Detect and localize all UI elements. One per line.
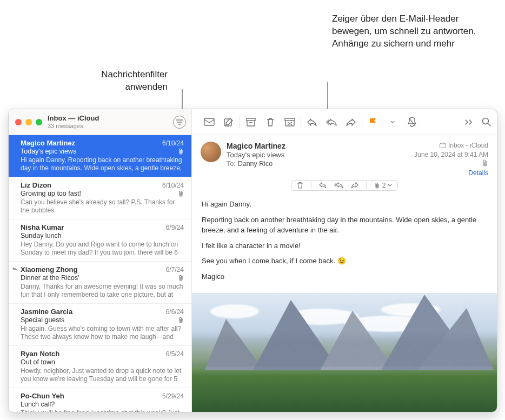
msg-subject: Sunday lunch (21, 232, 62, 239)
minimize-window-icon[interactable] (25, 119, 32, 125)
msg-preview: Hey Danny, Do you and Rigo want to come … (21, 241, 184, 257)
compose-button[interactable] (223, 117, 234, 127)
chevron-down-icon (388, 184, 392, 187)
junk-button[interactable] (284, 117, 295, 127)
msg-subject: Today's epic views (21, 148, 76, 155)
attachment-icon (178, 148, 184, 155)
archive-button[interactable] (245, 117, 256, 127)
replied-icon (12, 266, 18, 272)
msg-date: 6/7/24 (166, 266, 184, 274)
body-paragraph: See you when I come back, if I come back… (202, 256, 487, 266)
message-viewer: Magico Martinez Today's epic views To:Da… (192, 135, 497, 412)
viewer-recipient: To:Danny Rico (227, 160, 409, 168)
avatar[interactable] (201, 142, 221, 162)
msg-date: 6/5/24 (166, 350, 184, 358)
msg-preview: Hi again Danny, Reporting back on anothe… (21, 156, 184, 172)
viewer-location: Inbox - iCloud (440, 142, 488, 149)
attachment-icon (178, 190, 184, 197)
msg-subject: Special guests (21, 316, 64, 324)
message-item[interactable]: Jasmine Garcia6/6/24Special guestsHi aga… (9, 304, 191, 346)
mail-window: Inbox — iCloud 33 messages (8, 109, 497, 412)
msg-subject: Growing up too fast! (21, 190, 81, 197)
search-button[interactable] (481, 117, 491, 127)
body-paragraph: I felt like a character in a movie! (202, 241, 487, 251)
viewer-sender: Magico Martinez (227, 142, 409, 150)
msg-sender: Po-Chun Yeh (21, 392, 64, 400)
window-controls[interactable] (15, 119, 42, 125)
msg-preview: Hi again. Guess who's coming to town wit… (21, 325, 184, 341)
message-item[interactable]: Xiaomeng Zhong6/7/24Dinner at the Ricos'… (9, 262, 191, 304)
message-body: Hi again Danny,Reporting back on another… (192, 193, 497, 293)
msg-date: 6/10/24 (162, 182, 184, 189)
msg-preview: Howdy, neighbor, Just wanted to drop a q… (21, 367, 184, 383)
forward-button[interactable] (345, 117, 356, 127)
svg-rect-5 (440, 144, 446, 148)
filter-icon (176, 119, 183, 125)
message-item[interactable]: Ryan Notch6/5/24Out of townHowdy, neighb… (9, 346, 191, 388)
mailbox-count: 33 messages (48, 123, 173, 130)
reply-all-button[interactable] (326, 117, 337, 127)
msg-sender: Nisha Kumar (21, 223, 64, 231)
reply-button[interactable] (307, 117, 317, 127)
msg-preview: Can you believe she's already so tall? P… (21, 198, 184, 215)
callout-filter: Nachrichtenfilter anwenden (59, 69, 168, 94)
viewer-timestamp: June 10, 2024 at 9:41 AM (414, 151, 488, 158)
quick-forward-button[interactable] (351, 182, 358, 189)
flag-options-button[interactable] (387, 117, 398, 127)
msg-subject: Out of town (21, 358, 55, 366)
msg-date: 5/29/24 (162, 392, 184, 400)
body-paragraph: Magico (202, 272, 487, 282)
svg-rect-3 (285, 118, 295, 121)
msg-date: 6/6/24 (166, 308, 184, 316)
message-item[interactable]: Liz Dizon6/10/24Growing up too fast!Can … (9, 177, 191, 219)
quick-delete-button[interactable] (297, 182, 303, 189)
callout-header-hover: Zeiger über den E-Mail-Header bewegen, u… (332, 13, 494, 50)
quick-reply-button[interactable] (319, 182, 327, 189)
mute-button[interactable] (407, 117, 417, 127)
delete-button[interactable] (265, 117, 276, 127)
toolbar: Inbox — iCloud 33 messages (9, 109, 497, 135)
flag-button[interactable] (368, 117, 378, 127)
svg-rect-2 (247, 118, 255, 121)
svg-rect-0 (204, 118, 214, 125)
message-list[interactable]: Magico Martinez6/10/24Today's epic views… (9, 135, 192, 412)
message-item[interactable]: Magico Martinez6/10/24Today's epic views… (9, 135, 191, 177)
body-paragraph: Reporting back on another breathtaking d… (202, 215, 487, 236)
viewer-subject: Today's epic views (227, 151, 409, 159)
details-link[interactable]: Details (414, 169, 488, 177)
attachment-icon (482, 159, 488, 167)
msg-date: 6/9/24 (166, 224, 184, 231)
quick-attachments-button[interactable]: 2 (374, 182, 393, 189)
quick-action-bar[interactable]: 2 (291, 180, 398, 191)
msg-preview: Think you'll be free for a lunchtime cha… (21, 409, 184, 412)
message-item[interactable]: Nisha Kumar6/9/24Sunday lunchHey Danny, … (9, 219, 191, 262)
msg-subject: Dinner at the Ricos' (21, 274, 79, 282)
msg-subject: Lunch call? (21, 401, 55, 408)
attachment-image[interactable] (192, 293, 497, 412)
close-window-icon[interactable] (15, 119, 22, 125)
svg-point-4 (482, 118, 488, 124)
message-item[interactable]: Po-Chun Yeh5/29/24Lunch call?Think you'l… (9, 388, 191, 412)
mailbox-title: Inbox — iCloud 33 messages (48, 115, 173, 130)
mailbox-name: Inbox — iCloud (48, 115, 173, 123)
mailbox-icon (440, 143, 446, 148)
msg-sender: Liz Dizon (21, 181, 51, 189)
body-paragraph: Hi again Danny, (202, 199, 487, 210)
msg-sender: Magico Martinez (21, 139, 75, 147)
quick-reply-all-button[interactable] (334, 182, 343, 189)
msg-sender: Jasmine Garcia (21, 308, 72, 316)
attachment-icon (178, 275, 184, 282)
msg-date: 6/10/24 (162, 139, 184, 147)
more-button[interactable] (463, 117, 474, 127)
attachment-icon (178, 317, 184, 324)
msg-sender: Xiaomeng Zhong (21, 265, 77, 274)
msg-sender: Ryan Notch (21, 350, 59, 358)
msg-preview: Danny, Thanks for an awesome evening! It… (21, 283, 184, 299)
message-header: Magico Martinez Today's epic views To:Da… (192, 135, 497, 193)
filter-button[interactable] (173, 116, 186, 129)
get-mail-button[interactable] (204, 117, 215, 127)
zoom-window-icon[interactable] (36, 119, 42, 125)
